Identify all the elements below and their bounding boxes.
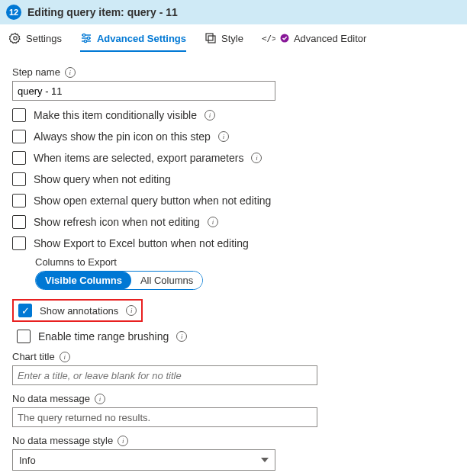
highlight-show-annotations: Show annotations (12, 299, 143, 322)
checkbox-time-brush-label: Enable time range brushing (38, 330, 169, 343)
checkbox-conditional-label: Make this item conditionally visible (34, 109, 197, 121)
columns-to-export-toggle: Visible Columns All Columns (35, 271, 203, 290)
no-data-message-label: No data message (12, 393, 90, 404)
tab-settings-label: Settings (26, 33, 62, 44)
info-icon[interactable] (218, 131, 229, 142)
no-data-style-select[interactable]: Info (12, 449, 275, 471)
info-icon[interactable] (205, 110, 215, 121)
step-name-input[interactable] (12, 81, 275, 101)
info-icon[interactable] (251, 153, 262, 163)
no-data-message-input[interactable] (12, 407, 317, 427)
pill-visible-columns[interactable]: Visible Columns (36, 272, 131, 289)
editor-header: 12 Editing query item: query - 11 (0, 0, 467, 24)
info-icon[interactable] (118, 436, 128, 446)
tab-style-label: Style (221, 33, 243, 44)
info-icon[interactable] (208, 217, 218, 227)
svg-point-4 (87, 37, 89, 39)
svg-rect-7 (208, 36, 215, 43)
checkbox-refresh-label: Show refresh icon when not editing (34, 216, 200, 228)
code-icon: </> (262, 33, 275, 43)
checkbox-open-external[interactable] (12, 194, 26, 207)
header-title: Editing query item: query - 11 (27, 6, 178, 18)
checkbox-pin[interactable] (12, 130, 26, 143)
tab-settings[interactable]: Settings (9, 32, 62, 52)
svg-rect-6 (206, 34, 213, 40)
chart-title-label: Chart title (12, 351, 55, 362)
checkbox-export-params-label: When items are selected, export paramete… (34, 152, 243, 164)
chevron-down-icon (261, 458, 269, 462)
chart-title-input[interactable] (12, 365, 317, 385)
info-icon[interactable] (60, 352, 70, 362)
step-number-badge: 12 (6, 5, 21, 20)
checkbox-conditional[interactable] (12, 108, 26, 122)
svg-point-3 (82, 34, 85, 36)
style-icon (205, 32, 217, 44)
columns-to-export-label: Columns to Export (35, 256, 455, 268)
checkbox-open-external-label: Show open external query button when not… (34, 195, 271, 207)
step-name-label-text: Step name (12, 66, 60, 78)
pill-all-columns[interactable]: All Columns (131, 272, 202, 289)
checkbox-show-query-label: Show query when not editing (34, 173, 171, 185)
tab-advanced-settings[interactable]: Advanced Settings (80, 32, 186, 52)
svg-point-5 (84, 40, 86, 42)
tab-bar: Settings Advanced Settings Style </> Adv… (0, 24, 467, 53)
checkbox-export-params[interactable] (12, 151, 26, 165)
checkbox-export-excel[interactable] (12, 236, 26, 250)
tab-advanced-editor[interactable]: </> Advanced Editor (262, 33, 366, 52)
purple-check-icon (280, 34, 289, 43)
checkbox-refresh[interactable] (12, 215, 26, 229)
checkbox-time-brush[interactable] (17, 330, 31, 343)
svg-text:</>: </> (262, 34, 275, 43)
form-area: Step name Make this item conditionally v… (0, 53, 467, 476)
checkbox-export-excel-label: Show Export to Excel button when not edi… (34, 237, 249, 249)
info-icon[interactable] (126, 305, 137, 316)
sliders-icon (80, 32, 92, 44)
gear-icon (9, 32, 21, 44)
checkbox-show-query[interactable] (12, 172, 26, 186)
info-icon[interactable] (95, 394, 105, 404)
checkbox-show-annotations[interactable] (18, 304, 32, 317)
info-icon[interactable] (176, 331, 187, 342)
step-name-label: Step name (12, 66, 455, 78)
no-data-style-label: No data message style (12, 435, 113, 446)
checkbox-pin-label: Always show the pin icon on this step (34, 130, 211, 143)
tab-advanced-settings-label: Advanced Settings (97, 33, 186, 44)
tab-style[interactable]: Style (205, 32, 243, 52)
no-data-style-value: Info (19, 455, 36, 466)
info-icon[interactable] (65, 67, 76, 78)
checkbox-show-annotations-label: Show annotations (40, 305, 118, 317)
tab-advanced-editor-label: Advanced Editor (294, 33, 366, 44)
